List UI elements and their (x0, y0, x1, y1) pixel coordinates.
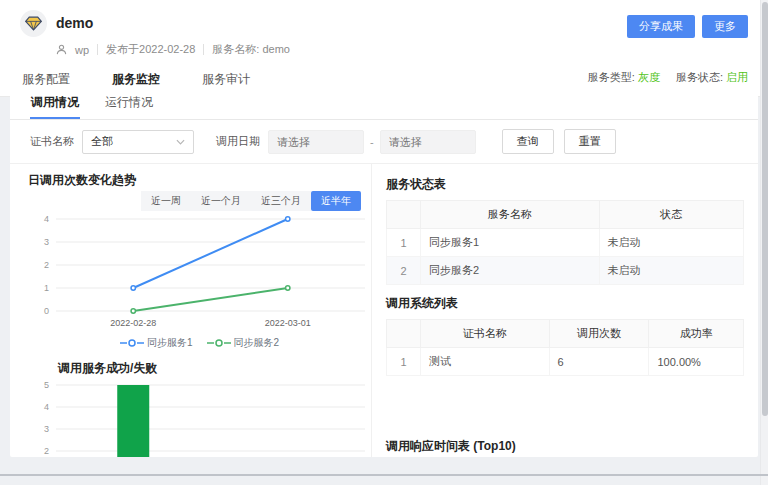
service-status-cell: 未启动 (599, 257, 744, 285)
legend-item[interactable]: 同步服务2 (207, 336, 280, 350)
service-status-label: 服务状态: (676, 71, 723, 83)
legend-label: 同步服务1 (147, 336, 193, 350)
svg-text:3: 3 (44, 237, 49, 247)
date-separator: - (370, 136, 374, 148)
systems-table-rate-header: 成功率 (649, 320, 744, 348)
svg-text:2022-02-28: 2022-02-28 (110, 318, 156, 328)
page-title: demo (56, 10, 93, 37)
success-rate-cell: 100.00% (649, 348, 744, 376)
systems-table-count-header: 调用次数 (549, 320, 649, 348)
service-name-cell: 同步服务1 (421, 229, 600, 257)
date-start-input[interactable] (268, 130, 364, 154)
table-row[interactable]: 1 同步服务1 未启动 (387, 229, 744, 257)
table-row[interactable]: 1 测试 6 100.00% (387, 348, 744, 376)
systems-table-cert-header: 证书名称 (421, 320, 550, 348)
svg-text:0: 0 (44, 306, 49, 316)
svg-text:4: 4 (44, 214, 49, 224)
service-type-label: 服务类型: (588, 71, 635, 83)
cert-select-value: 全部 (91, 134, 113, 149)
chevron-down-icon (176, 139, 185, 145)
response-table-title: 调用响应时间表 (Top10) (386, 438, 744, 455)
call-count-cell: 6 (549, 348, 649, 376)
published-date: 发布于2022-02-28 (106, 42, 195, 57)
svg-text:2022-03-01: 2022-03-01 (265, 318, 311, 328)
app-logo (20, 10, 47, 37)
systems-table: 证书名称 调用次数 成功率 1 测试 6 100.00% (386, 319, 744, 376)
range-quarter-button[interactable]: 近三个月 (251, 191, 311, 211)
owner-name: wp (75, 44, 89, 56)
line-chart: 012342022-02-282022-03-01 (28, 213, 373, 335)
more-button[interactable]: 更多 (702, 15, 748, 38)
service-name: 服务名称: demo (212, 42, 290, 57)
subtab-run-info[interactable]: 运行情况 (104, 86, 154, 119)
systems-table-title: 调用系统列表 (386, 295, 744, 312)
service-name-cell: 同步服务2 (421, 257, 600, 285)
tables-column: 服务状态表 服务名称 状态 1 同步服务1 未启动 2 同步服务2 未启动 (372, 164, 758, 457)
svg-text:3: 3 (44, 424, 49, 434)
svg-text:4: 4 (44, 402, 49, 412)
legend-marker-icon (120, 338, 144, 348)
page-header: demo 分享成果 更多 wp 发布于2022-02-28 服务名称: demo… (0, 0, 768, 97)
call-date-label: 调用日期 (216, 134, 260, 149)
row-index: 1 (387, 348, 421, 376)
range-month-button[interactable]: 近一个月 (191, 191, 251, 211)
divider (97, 44, 98, 55)
svg-text:2: 2 (44, 446, 49, 456)
line-chart-legend: 同步服务1同步服务2 (28, 336, 371, 350)
svg-text:2: 2 (44, 260, 49, 270)
cert-name-label: 证书名称 (30, 134, 74, 149)
service-status: 服务状态: 启用 (676, 70, 748, 85)
line-chart-title: 日调用次数变化趋势 (28, 172, 371, 189)
monitor-panel: 调用情况 运行情况 证书名称 全部 调用日期 - 查询 重置 日调用次数变化趋势… (10, 86, 758, 457)
status-table-title: 服务状态表 (386, 176, 744, 193)
window-bottom-edge (0, 474, 768, 476)
cert-select[interactable]: 全部 (82, 130, 194, 154)
service-type: 服务类型: 灰度 (588, 70, 660, 85)
scrollbar-thumb[interactable] (762, 2, 768, 416)
reset-button[interactable]: 重置 (564, 129, 616, 154)
status-table: 服务名称 状态 1 同步服务1 未启动 2 同步服务2 未启动 (386, 200, 744, 285)
sub-tabbar: 调用情况 运行情况 (10, 86, 758, 120)
row-index: 2 (387, 257, 421, 285)
user-icon (56, 44, 67, 55)
range-button-group: 近一周 近一个月 近三个月 近半年 (28, 191, 361, 211)
legend-marker-icon (207, 338, 231, 348)
divider (203, 44, 204, 55)
legend-item[interactable]: 同步服务1 (120, 336, 193, 350)
svg-text:1: 1 (44, 283, 49, 293)
bar-chart: 012345同步服务1同步服务2 (28, 379, 373, 457)
status-table-name-header: 服务名称 (421, 201, 600, 229)
range-halfyear-button[interactable]: 近半年 (311, 191, 361, 211)
query-button[interactable]: 查询 (502, 129, 554, 154)
service-type-value: 灰度 (638, 71, 660, 83)
share-button[interactable]: 分享成果 (627, 15, 695, 38)
table-row[interactable]: 2 同步服务2 未启动 (387, 257, 744, 285)
range-week-button[interactable]: 近一周 (141, 191, 191, 211)
vertical-scrollbar[interactable] (760, 0, 768, 485)
service-status-value: 启用 (726, 71, 748, 83)
charts-column: 日调用次数变化趋势 近一周 近一个月 近三个月 近半年 012342022-02… (10, 164, 372, 457)
subtab-call-info[interactable]: 调用情况 (30, 86, 80, 119)
status-table-state-header: 状态 (599, 201, 744, 229)
header-meta: wp 发布于2022-02-28 服务名称: demo (20, 38, 748, 65)
gem-icon (25, 16, 42, 31)
bar-chart-title: 调用服务成功/失败 (58, 360, 371, 377)
service-status-cell: 未启动 (599, 229, 744, 257)
legend-label: 同步服务2 (234, 336, 280, 350)
filter-bar: 证书名称 全部 调用日期 - 查询 重置 (10, 120, 758, 164)
svg-text:5: 5 (44, 380, 49, 390)
date-end-input[interactable] (380, 130, 476, 154)
systems-table-index-header (387, 320, 421, 348)
status-table-index-header (387, 201, 421, 229)
row-index: 1 (387, 229, 421, 257)
cert-name-cell: 测试 (421, 348, 550, 376)
